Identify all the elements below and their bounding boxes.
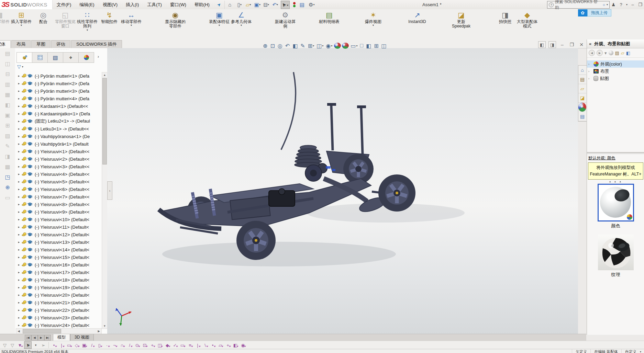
expand-arrow-icon[interactable]: › bbox=[588, 62, 592, 66]
headsup-button[interactable]: ◧ bbox=[292, 42, 299, 49]
tree-item[interactable]: ▸ (-) Yleisruuvi<1> (Default<< bbox=[15, 148, 102, 155]
tree-item[interactable]: ▸ (-) Pyörän mutteri<2> (Defa bbox=[15, 80, 102, 87]
expand-arrow-icon[interactable]: ▸ bbox=[16, 82, 21, 85]
tree-item[interactable]: ▸ (-) Kardaaninjatko<1> (Defa bbox=[15, 110, 102, 117]
ribbon-button[interactable]: ▣ 装配体特征 ▾ bbox=[208, 9, 230, 40]
headsup-button[interactable]: ⊡ bbox=[269, 42, 276, 49]
ribbon-button[interactable]: ∠ 参考几何体 ▾ bbox=[230, 9, 252, 40]
expand-arrow-icon[interactable]: ▸ bbox=[16, 97, 21, 100]
task-pane-toolbar-button[interactable]: ▤ bbox=[615, 50, 619, 56]
tool-icon[interactable]: ⊞ bbox=[0, 120, 15, 130]
headsup-button[interactable]: ⊞ bbox=[373, 42, 379, 49]
selection-filter-icon[interactable]: + bbox=[149, 342, 156, 349]
selection-filter-icon[interactable]: ✓ bbox=[171, 342, 178, 349]
ribbon-button[interactable]: ◨ 拍快照 bbox=[494, 9, 516, 40]
command-tab[interactable]: 草图 bbox=[31, 40, 51, 48]
search-box[interactable]: ? 搜索 SOLIDWORKS 帮助 ○ ▾ bbox=[547, 1, 610, 9]
expand-arrow-icon[interactable]: ▸ bbox=[16, 248, 21, 251]
tab-overflow-chevron[interactable]: › bbox=[98, 54, 99, 59]
expand-arrow-icon[interactable]: ▸ bbox=[16, 142, 21, 146]
quickbar-button[interactable]: ⊟▾ bbox=[263, 1, 271, 9]
selection-filter-icon[interactable]: \ bbox=[202, 342, 209, 349]
selection-filter-icon[interactable]: ◫ bbox=[156, 342, 163, 349]
expand-arrow-icon[interactable]: ▸ bbox=[16, 263, 21, 266]
ribbon-button[interactable]: ⊞ 插入零部件 ▾ bbox=[10, 9, 32, 40]
tree-item[interactable]: ▸ (-) Letku3<1> -> (Default<< bbox=[15, 125, 102, 133]
dropdown-arrow-icon[interactable]: ▾ bbox=[250, 3, 253, 6]
tree-item[interactable]: ▸ (-) Yleisruuvi<13> (Default< bbox=[15, 238, 102, 246]
ribbon-button[interactable] bbox=[252, 9, 274, 40]
headsup-button[interactable]: ↶ bbox=[285, 42, 291, 49]
selection-filter-icon[interactable]: ◆ bbox=[164, 342, 171, 349]
dropdown-arrow-icon[interactable]: ▾ bbox=[313, 44, 314, 47]
command-tab[interactable]: 布局 bbox=[11, 40, 31, 48]
tree-vertical-scrollbar[interactable]: ▲ ▼ bbox=[102, 72, 108, 329]
headsup-button[interactable]: ◧ bbox=[365, 42, 372, 49]
selection-filter-icon[interactable]: • bbox=[209, 342, 216, 349]
filter-dropdown-icon[interactable]: ▾ bbox=[22, 65, 23, 68]
expand-arrow-icon[interactable]: ▸ bbox=[16, 187, 21, 191]
tree-item[interactable]: ▸ (-) Yleisruuvi<3> (Default<< bbox=[15, 163, 102, 170]
selection-filter-icon[interactable]: • bbox=[51, 342, 57, 349]
collapse-right-pane-button[interactable]: ◨ bbox=[548, 41, 556, 48]
headsup-button[interactable]: ⊞ ▾ bbox=[307, 42, 315, 49]
minimize-button[interactable]: – bbox=[629, 2, 636, 7]
ribbon-button[interactable]: ✶ 爆炸视图 ▾ bbox=[362, 9, 384, 40]
task-pane-toolbar-button[interactable]: ◧ bbox=[626, 50, 630, 56]
tree-item[interactable]: ▸ (-) Yleisruuvi<19> (Default< bbox=[15, 284, 102, 291]
expand-arrow-icon[interactable]: › bbox=[588, 77, 592, 80]
selection-filter-icon[interactable]: · bbox=[103, 342, 110, 349]
headsup-button[interactable]: ◎ bbox=[277, 42, 284, 49]
tab-displaymanager[interactable] bbox=[79, 52, 94, 63]
tool-icon[interactable]: ◳ bbox=[0, 172, 15, 182]
selection-filter-icon[interactable]: ▱ bbox=[217, 342, 224, 349]
drag-upload-badge[interactable]: ✿ 拖拽上传 bbox=[578, 9, 611, 16]
select-dropdown-icon[interactable]: ▾ bbox=[32, 342, 39, 349]
selection-filter-icon[interactable]: ◉ bbox=[240, 342, 246, 349]
selection-filter-icon[interactable]: | bbox=[194, 342, 201, 349]
expand-arrow-icon[interactable]: ▸ bbox=[16, 255, 21, 259]
help-dropdown-icon[interactable]: ▾ bbox=[625, 3, 629, 6]
selection-filter-icon[interactable]: | bbox=[58, 342, 65, 349]
task-pane-toolbar-button[interactable] bbox=[609, 50, 613, 55]
restore-button[interactable]: ❐ bbox=[636, 2, 644, 7]
headsup-button[interactable]: ▾ bbox=[342, 43, 349, 49]
tree-item[interactable]: ▸ (-) Yleisruuvi<9> (Default<< bbox=[15, 208, 102, 216]
ribbon-button[interactable] bbox=[340, 9, 362, 40]
ribbon-button[interactable]: ◉ 显示隐藏的零部件 bbox=[164, 9, 186, 40]
tree-item[interactable]: ▸ (-) Yleisruuvi<12> (Default< bbox=[15, 231, 102, 238]
tree-item[interactable]: ▸ (-) Yleisruuvi<10> (Default< bbox=[15, 216, 102, 223]
quickbar-button[interactable]: ⌂ bbox=[227, 1, 235, 9]
tree-item[interactable]: ▸ (-) Kardaani<1> (Default<< bbox=[15, 102, 102, 110]
help-icon[interactable]: ? bbox=[617, 2, 625, 7]
task-strip-button[interactable]: ◪ bbox=[578, 93, 586, 103]
tool-icon[interactable]: ▩ bbox=[0, 161, 15, 172]
last-tab-button[interactable]: ▶| bbox=[44, 335, 51, 341]
quickbar-button[interactable]: ⚙▾ bbox=[308, 1, 317, 9]
headsup-button[interactable]: ◉ ▾ bbox=[325, 42, 333, 49]
command-tab[interactable]: 评估 bbox=[51, 40, 70, 48]
dropdown-arrow-icon[interactable]: ▾ bbox=[87, 29, 88, 32]
dropdown-arrow-icon[interactable]: ▾ bbox=[373, 24, 374, 27]
menu-item[interactable]: 工具(T) bbox=[143, 0, 166, 9]
graphics-viewport[interactable] bbox=[107, 48, 578, 335]
tree-item[interactable]: ▸ (-) Pyörän mutteri<1> (Defa bbox=[15, 72, 102, 80]
selection-filter-icon[interactable]: ¬ bbox=[111, 342, 118, 349]
scroll-down-icon[interactable]: ▼ bbox=[102, 323, 107, 329]
tool-icon[interactable]: ✎ bbox=[0, 141, 15, 151]
tree-item[interactable]: ▸ (-) Yleisruuvi<16> (Default< bbox=[15, 261, 102, 269]
expand-arrow-icon[interactable]: ▸ bbox=[16, 293, 21, 297]
selection-filter-icon[interactable]: ◇ bbox=[73, 342, 80, 349]
dropdown-arrow-icon[interactable]: ▾ bbox=[241, 24, 242, 27]
dropdown-arrow-icon[interactable]: ▾ bbox=[322, 44, 323, 47]
headsup-button[interactable]: ▭ ▾ bbox=[350, 42, 358, 49]
tree-item[interactable]: ▸ (-) Yleisruuvi<11> (Default< bbox=[15, 223, 102, 231]
expand-arrow-icon[interactable]: ▸ bbox=[16, 157, 21, 161]
tree-item[interactable]: ▸ (-) Vauhtipyörä<1> (Default bbox=[15, 140, 102, 148]
tree-item[interactable]: ▸ (-) Yleisruuvi<6> (Default<< bbox=[15, 185, 102, 193]
expand-arrow-icon[interactable]: ▸ bbox=[16, 240, 21, 244]
headsup-button[interactable]: □ bbox=[359, 42, 364, 49]
tool-icon[interactable]: ▨ bbox=[0, 130, 15, 141]
expand-arrow-icon[interactable]: ▸ bbox=[16, 225, 21, 229]
dropdown-arrow-icon[interactable]: ▾ bbox=[131, 24, 132, 27]
